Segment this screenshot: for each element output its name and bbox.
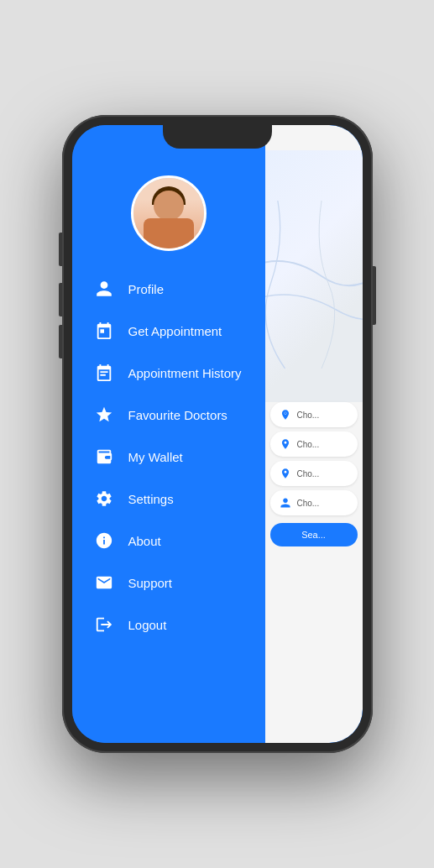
calendar-icon (93, 320, 115, 342)
chip-choose-4[interactable]: Cho... (270, 490, 358, 515)
chip-text-1: Cho... (297, 410, 320, 420)
menu-item-profile[interactable]: Profile (81, 268, 257, 310)
wallet-icon (93, 446, 115, 468)
person-medical-icon (279, 497, 292, 509)
chip-text-4: Cho... (297, 499, 320, 508)
user-avatar (131, 175, 207, 251)
menu-item-settings[interactable]: Settings (81, 478, 257, 520)
phone-notch (163, 125, 272, 149)
menu-item-appointment-history[interactable]: Appointment History (81, 352, 257, 394)
menu-item-support[interactable]: Support (81, 562, 257, 604)
menu-label-favourite-doctors: Favourite Doctors (128, 408, 227, 422)
menu-label-settings: Settings (128, 492, 174, 506)
search-panel: Cho... Cho... Cho... (265, 167, 363, 743)
menu-label-about: About (128, 534, 161, 548)
location-icon-1 (279, 438, 292, 450)
search-button[interactable]: Sea... (270, 523, 358, 546)
calendar-history-icon (93, 362, 115, 384)
menu-item-favourite-doctors[interactable]: Favourite Doctors (81, 394, 257, 436)
chip-choose-1[interactable]: Cho... (270, 402, 358, 427)
menu-label-profile: Profile (128, 282, 165, 296)
chip-text-3: Cho... (297, 469, 320, 478)
svg-point-0 (284, 412, 285, 414)
chip-choose-3[interactable]: Cho... (270, 461, 358, 486)
info-icon (93, 530, 115, 552)
menu-item-my-wallet[interactable]: My Wallet (81, 436, 257, 478)
location-icon-2 (279, 468, 292, 479)
menu-label-support: Support (128, 576, 173, 590)
menu-list: Profile Get Appointment Appointment Hist… (72, 268, 265, 646)
gear-icon (93, 488, 115, 510)
menu-item-about[interactable]: About (81, 520, 257, 562)
content-panel: Carrier ∿ ≡ Cho... Cho... (265, 125, 363, 743)
avatar-container (72, 175, 265, 251)
star-icon (93, 404, 115, 426)
chip-choose-2[interactable]: Cho... (270, 431, 358, 457)
menu-label-my-wallet: My Wallet (128, 450, 183, 464)
envelope-icon (93, 572, 115, 593)
logout-icon (93, 614, 115, 635)
menu-label-get-appointment: Get Appointment (128, 324, 222, 338)
person-icon (93, 278, 115, 300)
chip-text-2: Cho... (297, 440, 320, 449)
menu-item-get-appointment[interactable]: Get Appointment (81, 310, 257, 352)
phone-frame: Profile Get Appointment Appointment Hist… (62, 115, 373, 753)
drawer-menu: Profile Get Appointment Appointment Hist… (72, 125, 265, 743)
menu-label-logout: Logout (128, 618, 167, 632)
menu-item-logout[interactable]: Logout (81, 604, 257, 646)
menu-label-appointment-history: Appointment History (128, 366, 242, 380)
phone-screen: Profile Get Appointment Appointment Hist… (72, 125, 363, 743)
person-pin-icon (279, 409, 292, 421)
